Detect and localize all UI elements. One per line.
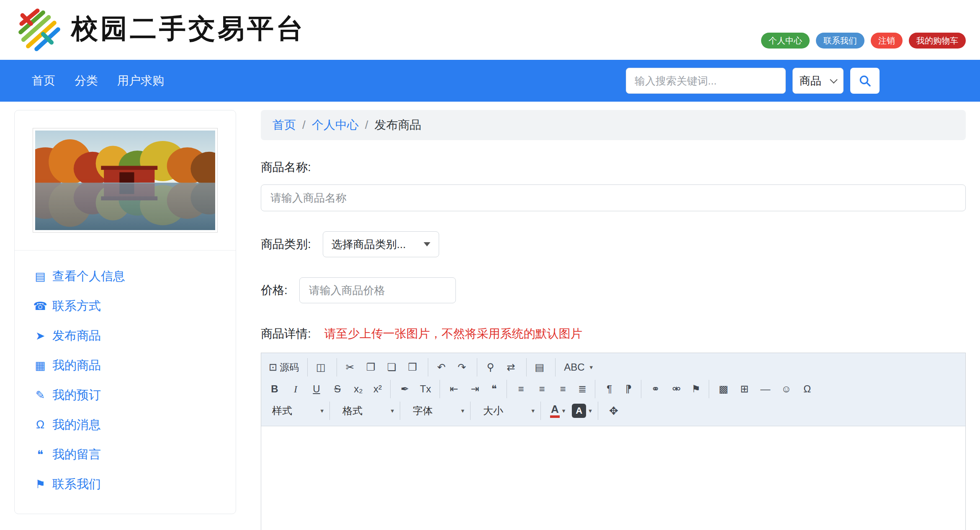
nav-link-home[interactable]: 首页 (32, 73, 55, 89)
search-button[interactable] (850, 68, 880, 94)
image-button-icon: ▩ (719, 383, 728, 395)
product-name-input[interactable] (261, 184, 966, 211)
align-left-button[interactable]: ≡ (513, 380, 532, 398)
breadcrumb-current: 发布商品 (375, 117, 422, 133)
autumn-landscape-image (35, 131, 215, 230)
spellcheck-button[interactable]: ABC ▾ (561, 358, 595, 376)
badge-my-cart[interactable]: 我的购物车 (909, 33, 966, 49)
bold-button[interactable]: B (266, 380, 286, 398)
breadcrumb-separator: / (302, 118, 306, 132)
blockquote-button-icon: ❝ (491, 383, 497, 395)
sidebar-item-my-products[interactable]: ▦ 我的商品 (33, 351, 236, 380)
category-select[interactable]: 选择商品类别... (323, 231, 439, 257)
sidebar-item-publish-product[interactable]: ➤ 发布商品 (33, 321, 236, 351)
nav-link-categories[interactable]: 分类 (75, 73, 98, 89)
blockquote-button[interactable]: ❝ (488, 380, 507, 398)
copy-button-icon: ❐ (366, 361, 376, 373)
copy-format-button[interactable]: ✒ (396, 380, 416, 398)
nav-link-user-wanted[interactable]: 用户求购 (117, 73, 164, 89)
toolbar-row-3: 样式 ▾ 格式 ▾ 字体 ▾ (266, 400, 960, 422)
font-dropdown[interactable]: 字体 ▾ (407, 402, 471, 420)
underline-button[interactable]: U (308, 380, 327, 398)
paste-word-button[interactable]: ❒ (406, 358, 429, 376)
price-input[interactable] (299, 277, 456, 303)
align-center-button[interactable]: ≡ (534, 380, 553, 398)
breadcrumb-separator: / (365, 118, 368, 132)
maximize-button[interactable]: ✥ (604, 402, 623, 420)
badge-contact-us[interactable]: 联系我们 (816, 33, 864, 49)
align-justify-button[interactable]: ≣ (576, 380, 595, 398)
undo-button-icon: ↶ (437, 361, 445, 373)
link-button[interactable]: ⚭ (647, 380, 666, 398)
copy-format-button-icon: ✒ (401, 383, 409, 395)
quill-icon: ✎ (33, 389, 47, 402)
badge-logout[interactable]: 注销 (871, 33, 903, 49)
format-dropdown[interactable]: 格式 ▾ (337, 402, 400, 420)
rich-text-editor: ⊡ 源码 ◫ ✂ (261, 353, 966, 530)
background-color-button[interactable]: A ▾ (569, 402, 598, 420)
sidebar-item-my-reservations[interactable]: ✎ 我的预订 (33, 380, 236, 410)
product-name-label: 商品名称: (261, 159, 966, 175)
bold-button-icon: B (271, 383, 278, 395)
price-label: 价格: (261, 282, 288, 298)
strike-button[interactable]: S (329, 380, 348, 398)
image-button[interactable]: ▩ (715, 380, 734, 398)
superscript-button[interactable]: x² (371, 380, 391, 398)
sidebar-item-contact-us[interactable]: ⚑ 联系我们 (33, 469, 236, 499)
breadcrumb-link-personal-center[interactable]: 个人中心 (312, 117, 359, 133)
align-right-button[interactable]: ≡ (555, 380, 574, 398)
header: 校园二手交易平台 个人中心 联系我们 注销 我的购物车 (0, 0, 980, 60)
table-button[interactable]: ⊞ (736, 380, 755, 398)
unlink-button[interactable]: ⚮ (668, 380, 687, 398)
horizontal-rule-button[interactable]: ― (757, 380, 776, 398)
sidebar-item-label: 联系我们 (52, 476, 101, 493)
detail-warning: 请至少上传一张图片，不然将采用系统的默认图片 (324, 326, 582, 342)
indent-button[interactable]: ⇥ (467, 380, 486, 398)
sidebar-item-contact-info[interactable]: ☎ 联系方式 (33, 291, 236, 321)
special-char-button[interactable]: Ω (799, 380, 818, 398)
italic-button[interactable]: I (287, 380, 306, 398)
find-button-icon: ⚲ (487, 361, 494, 373)
comment-icon: ❝ (33, 448, 47, 461)
styles-dropdown[interactable]: 样式 ▾ (266, 402, 330, 420)
sidebar-item-view-profile[interactable]: ▤ 查看个人信息 (33, 261, 236, 291)
replace-button[interactable]: ⇄ (504, 358, 526, 376)
replace-button-icon: ⇄ (507, 361, 515, 373)
briefcase-icon: ▦ (33, 359, 47, 372)
site-title: 校园二手交易平台 (71, 10, 306, 47)
redo-button[interactable]: ↷ (455, 358, 477, 376)
undo-button[interactable]: ↶ (434, 358, 453, 376)
detail-label: 商品详情: (261, 326, 311, 342)
size-dropdown[interactable]: 大小 ▾ (477, 402, 541, 420)
unlink-button-icon: ⚮ (672, 383, 681, 395)
select-all-button-icon: ▤ (535, 361, 545, 373)
breadcrumb-link-home[interactable]: 首页 (273, 117, 296, 133)
sidebar-item-my-comments[interactable]: ❝ 我的留言 (33, 440, 236, 469)
smiley-button[interactable]: ☺ (778, 380, 797, 398)
text-color-button[interactable]: A ▾ (548, 402, 568, 420)
text-direction-rtl-button[interactable]: ⁋ (622, 380, 641, 398)
select-all-button[interactable]: ▤ (532, 358, 556, 376)
paste-button[interactable]: ❏ (385, 358, 404, 376)
editor-content[interactable] (261, 426, 965, 530)
remove-format-button-icon: Tx (420, 383, 431, 395)
sidebar: ▤ 查看个人信息 ☎ 联系方式 ➤ 发布商品 ▦ 我的商品 ✎ 我的预订 (14, 110, 236, 514)
search-input[interactable] (626, 68, 786, 94)
remove-format-button[interactable]: Tx (417, 380, 440, 398)
search-category-select[interactable]: 商品 (792, 68, 844, 94)
main-content: 首页 / 个人中心 / 发布商品 商品名称: 商品类别: 选择商品类别... 价… (261, 110, 966, 530)
subscript-button[interactable]: x₂ (350, 380, 369, 398)
cut-button[interactable]: ✂ (343, 358, 362, 376)
copy-button[interactable]: ❐ (364, 358, 383, 376)
badge-personal-center[interactable]: 个人中心 (761, 33, 810, 49)
outdent-button[interactable]: ⇤ (446, 380, 465, 398)
sidebar-item-my-messages[interactable]: Ω 我的消息 (33, 410, 236, 440)
anchor-button[interactable]: ⚑ (689, 380, 710, 398)
text-direction-ltr-button[interactable]: ¶ (601, 380, 620, 398)
source-button[interactable]: ⊡ 源码 (266, 358, 308, 376)
find-button[interactable]: ⚲ (483, 358, 502, 376)
smiley-button-icon: ☺ (781, 383, 792, 395)
text-direction-ltr-button-icon: ¶ (607, 383, 612, 395)
logo[interactable]: 校园二手交易平台 (16, 5, 306, 52)
preview-button[interactable]: ◫ (314, 358, 337, 376)
